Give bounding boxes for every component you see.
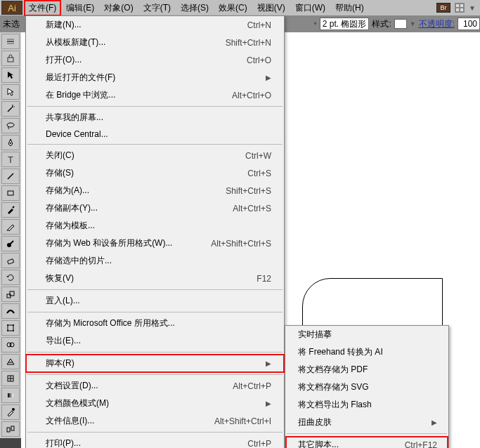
- pencil-tool-icon[interactable]: [1, 219, 20, 235]
- menu-select[interactable]: 选择(S): [176, 0, 214, 16]
- line-tool-icon[interactable]: [1, 169, 20, 184]
- selection-tool-icon[interactable]: [1, 67, 20, 83]
- scale-tool-icon[interactable]: [1, 286, 20, 302]
- menu-item-label: 存储为 Microsoft Office 所用格式...: [46, 317, 175, 329]
- arrange-documents-icon[interactable]: [455, 3, 465, 13]
- rectangle-tool-icon[interactable]: [1, 185, 20, 201]
- blob-brush-tool-icon[interactable]: [1, 236, 20, 251]
- lasso-tool-icon[interactable]: [1, 118, 20, 133]
- menu-item[interactable]: 文档颜色模式(M)▶: [26, 395, 284, 412]
- menu-shortcut: Ctrl+W: [245, 151, 271, 161]
- svg-point-23: [13, 330, 14, 331]
- submenu-item[interactable]: 将文档存储为 SVG: [285, 378, 448, 396]
- menu-separator: [27, 432, 283, 433]
- submenu-item[interactable]: 将 Freehand 转换为 AI: [285, 343, 448, 361]
- menu-item[interactable]: 文档设置(D)...Alt+Ctrl+P: [26, 377, 284, 395]
- menu-item[interactable]: 恢复(V)F12: [26, 270, 284, 287]
- menu-item[interactable]: 在 Bridge 中浏览...Alt+Ctrl+O: [26, 86, 284, 104]
- submenu-item[interactable]: 扭曲皮肤▶: [285, 414, 448, 431]
- direct-selection-tool-icon[interactable]: [1, 84, 20, 100]
- submenu-item[interactable]: 实时描摹: [285, 326, 448, 343]
- menu-item[interactable]: 置入(L)...: [26, 292, 284, 310]
- style-dropdown-icon[interactable]: ▼: [410, 20, 416, 27]
- menu-item[interactable]: Device Central...: [26, 126, 284, 142]
- menu-shortcut: Alt+Shift+Ctrl+S: [211, 239, 271, 249]
- style-swatch[interactable]: [394, 19, 407, 29]
- menu-item[interactable]: 共享我的屏幕...: [26, 109, 284, 126]
- type-tool-icon[interactable]: T: [1, 152, 20, 167]
- submenu-item[interactable]: 其它脚本...Ctrl+F12: [285, 436, 448, 448]
- menu-type[interactable]: 文字(T): [138, 0, 176, 16]
- opacity-label-link[interactable]: 不透明度:: [419, 18, 455, 30]
- opacity-value-field[interactable]: 100: [458, 18, 480, 30]
- menu-object[interactable]: 对象(O): [99, 0, 138, 16]
- menu-shortcut: Ctrl+F12: [405, 440, 437, 449]
- svg-point-21: [13, 324, 14, 326]
- svg-line-4: [8, 107, 12, 112]
- menu-item[interactable]: 从模板新建(T)...Shift+Ctrl+N: [26, 34, 284, 51]
- menu-shortcut: F12: [257, 274, 271, 284]
- grip-icon[interactable]: [1, 34, 20, 49]
- menu-item-label: 存储副本(Y)...: [46, 202, 98, 214]
- menu-item[interactable]: 存储副本(Y)...Alt+Ctrl+S: [26, 199, 284, 217]
- menu-item-label: 存储选中的切片...: [46, 255, 112, 267]
- menu-item[interactable]: 新建(N)...Ctrl+N: [26, 16, 284, 34]
- free-transform-tool-icon[interactable]: [1, 320, 20, 336]
- menu-help[interactable]: 帮助(H): [330, 0, 369, 16]
- stroke-profile-field[interactable]: 2 pt. 椭圆形: [320, 18, 370, 30]
- menu-item-label: Device Central...: [46, 129, 108, 139]
- svg-rect-16: [8, 259, 14, 264]
- dropdown-arrow-icon[interactable]: ▼: [469, 4, 476, 12]
- bridge-badge-icon[interactable]: Br: [436, 3, 450, 13]
- menu-item[interactable]: 关闭(C)Ctrl+W: [26, 147, 284, 164]
- eyedropper-tool-icon[interactable]: [1, 404, 20, 420]
- submenu-item[interactable]: 将文档存储为 PDF: [285, 361, 448, 378]
- menu-item[interactable]: 存储为 Microsoft Office 所用格式...: [26, 315, 284, 332]
- menu-file[interactable]: 文件(F): [24, 0, 61, 16]
- shape-builder-tool-icon[interactable]: [1, 337, 20, 353]
- menu-item-label: 恢复(V): [46, 272, 74, 284]
- paintbrush-tool-icon[interactable]: [1, 202, 20, 218]
- bullet-icon: •: [314, 19, 317, 29]
- menu-item-label: 文件信息(I)...: [46, 415, 94, 427]
- menu-item[interactable]: 存储为(A)...Shift+Ctrl+S: [26, 182, 284, 199]
- menu-view[interactable]: 视图(V): [252, 0, 290, 16]
- menu-item[interactable]: 打开(O)...Ctrl+O: [26, 51, 284, 69]
- submenu-item[interactable]: 将文档导出为 Flash: [285, 396, 448, 414]
- svg-point-9: [10, 143, 11, 144]
- width-tool-icon[interactable]: [1, 303, 20, 319]
- menu-item[interactable]: 存储为模板...: [26, 217, 284, 235]
- blend-tool-icon[interactable]: [1, 421, 20, 437]
- submenu-arrow-icon: ▶: [432, 419, 437, 426]
- menu-item[interactable]: 最近打开的文件(F)▶: [26, 69, 284, 86]
- menu-item[interactable]: 文件信息(I)...Alt+Shift+Ctrl+I: [26, 412, 284, 430]
- menu-item[interactable]: 存储为 Web 和设备所用格式(W)...Alt+Shift+Ctrl+S: [26, 235, 284, 252]
- menu-item[interactable]: 存储(S)Ctrl+S: [26, 164, 284, 182]
- gradient-tool-icon[interactable]: [1, 388, 20, 403]
- lock-icon[interactable]: [1, 51, 20, 66]
- eraser-tool-icon[interactable]: [1, 253, 20, 268]
- menu-separator: [27, 289, 283, 290]
- menu-item-label: 脚本(R): [46, 357, 74, 369]
- svg-line-12: [13, 206, 14, 208]
- menu-item-label: 共享我的屏幕...: [46, 112, 103, 124]
- menu-item-label: 打印(P)...: [46, 437, 81, 448]
- menu-item-label: 在 Bridge 中浏览...: [46, 89, 115, 101]
- menu-effect[interactable]: 效果(C): [214, 0, 252, 16]
- menu-shortcut: Alt+Ctrl+P: [233, 381, 271, 391]
- menu-item[interactable]: 打印(P)...Ctrl+P: [26, 435, 284, 448]
- menu-edit[interactable]: 编辑(E): [61, 0, 99, 16]
- rotate-tool-icon[interactable]: [1, 270, 20, 285]
- style-label: 样式:: [372, 18, 391, 30]
- menu-item[interactable]: 导出(E)...: [26, 332, 284, 350]
- mesh-tool-icon[interactable]: [1, 371, 20, 386]
- menu-window[interactable]: 窗口(W): [290, 0, 330, 16]
- magic-wand-tool-icon[interactable]: [1, 101, 20, 117]
- toolbox: T: [0, 32, 21, 438]
- svg-rect-32: [7, 428, 10, 432]
- pen-tool-icon[interactable]: [1, 135, 20, 150]
- menu-item-label: 最近打开的文件(F): [46, 72, 115, 84]
- menu-item[interactable]: 脚本(R)▶: [26, 355, 284, 372]
- perspective-grid-tool-icon[interactable]: [1, 354, 20, 369]
- menu-item[interactable]: 存储选中的切片...: [26, 252, 284, 270]
